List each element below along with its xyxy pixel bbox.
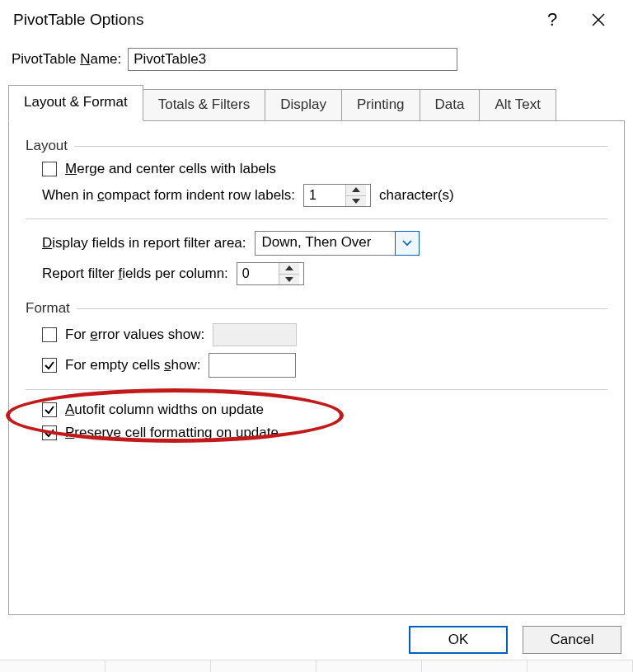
check-icon <box>44 359 55 371</box>
divider-line <box>77 308 607 309</box>
ok-button[interactable]: OK <box>409 626 508 654</box>
display-fields-label: Display fields in report filter area: <box>42 235 246 251</box>
layout-section-heading: Layout <box>26 138 607 154</box>
display-fields-dropdown-button[interactable] <box>395 231 420 256</box>
pivottable-name-label: PivotTable Name: <box>12 51 121 68</box>
empty-cells-row: For empty cells show: <box>42 353 607 378</box>
chevron-down-icon <box>352 199 360 204</box>
chevron-down-icon <box>402 240 412 247</box>
empty-cells-label: For empty cells show: <box>65 357 200 374</box>
filter-per-col-spin <box>279 263 299 284</box>
divider-line <box>26 219 607 219</box>
help-icon: ? <box>547 9 557 31</box>
error-values-label: For error values show: <box>65 327 204 343</box>
tabs-container: Layout & Format Totals & Filters Display… <box>8 84 625 615</box>
display-fields-select[interactable]: Down, Then Over <box>255 231 420 256</box>
filter-per-col-label: Report filter fields per column: <box>42 266 228 282</box>
error-values-row: For error values show: <box>42 323 607 346</box>
dialog-footer: OK Cancel <box>409 626 621 654</box>
chevron-down-icon <box>285 277 293 282</box>
autofit-checkbox[interactable] <box>42 402 57 417</box>
display-fields-value: Down, Then Over <box>256 232 395 255</box>
filter-spin-down[interactable] <box>279 275 299 285</box>
filter-per-col-row: Report filter fields per column: <box>42 262 607 285</box>
preserve-label: Preserve cell formatting on update <box>65 425 279 441</box>
autofit-row: Autofit column widths on update <box>42 402 607 418</box>
tab-data[interactable]: Data <box>420 89 481 121</box>
pivottable-options-dialog: PivotTable Options ? PivotTable Name: La… <box>0 0 633 672</box>
format-section-heading: Format <box>26 300 607 317</box>
check-icon <box>44 404 55 416</box>
cancel-button[interactable]: Cancel <box>523 626 621 654</box>
close-icon <box>591 12 606 27</box>
indent-spin-up[interactable] <box>346 185 366 196</box>
divider-line <box>26 389 607 390</box>
indent-row: When in compact form indent row labels: … <box>42 184 607 207</box>
pivottable-name-input[interactable] <box>128 48 457 71</box>
svg-marker-4 <box>285 266 293 270</box>
preserve-row: Preserve cell formatting on update <box>42 425 607 441</box>
svg-marker-2 <box>352 187 360 192</box>
tab-printing[interactable]: Printing <box>342 89 420 121</box>
filter-per-col-stepper[interactable] <box>237 262 304 285</box>
check-icon <box>44 427 55 439</box>
tab-display[interactable]: Display <box>265 89 342 121</box>
indent-stepper[interactable] <box>303 184 371 207</box>
dialog-title: PivotTable Options <box>12 11 529 29</box>
indent-input[interactable] <box>304 185 345 206</box>
tab-totals-filters[interactable]: Totals & Filters <box>143 89 265 121</box>
sheet-grid-edge <box>0 660 633 672</box>
empty-cells-field[interactable] <box>209 353 296 378</box>
pivottable-name-row: PivotTable Name: <box>0 38 633 71</box>
tab-layout-format[interactable]: Layout & Format <box>8 85 143 121</box>
preserve-checkbox[interactable] <box>42 425 57 440</box>
merge-center-row: Merge and center cells with labels <box>42 161 607 177</box>
indent-suffix: character(s) <box>379 187 454 204</box>
help-button[interactable]: ? <box>529 3 575 36</box>
titlebar: PivotTable Options ? <box>0 0 633 38</box>
svg-marker-5 <box>285 277 293 282</box>
svg-marker-3 <box>352 199 360 204</box>
chevron-up-icon <box>352 187 360 192</box>
empty-cells-checkbox[interactable] <box>42 358 57 373</box>
tab-panel-layout-format: Layout Merge and center cells with label… <box>8 120 625 615</box>
divider-line <box>74 146 607 147</box>
tab-strip: Layout & Format Totals & Filters Display… <box>8 84 625 120</box>
merge-center-checkbox[interactable] <box>42 162 57 176</box>
chevron-up-icon <box>285 266 293 270</box>
close-button[interactable] <box>575 3 621 36</box>
indent-spin-down[interactable] <box>346 196 366 207</box>
autofit-label: Autofit column widths on update <box>65 402 264 418</box>
indent-spin <box>345 185 366 206</box>
tab-alt-text[interactable]: Alt Text <box>480 89 556 121</box>
filter-per-col-input[interactable] <box>237 263 279 284</box>
indent-label: When in compact form indent row labels: <box>42 187 295 204</box>
error-values-field <box>213 323 297 346</box>
filter-spin-up[interactable] <box>279 263 299 275</box>
merge-center-label: Merge and center cells with labels <box>65 161 276 177</box>
error-values-checkbox[interactable] <box>42 327 57 342</box>
display-fields-row: Display fields in report filter area: Do… <box>42 231 607 256</box>
